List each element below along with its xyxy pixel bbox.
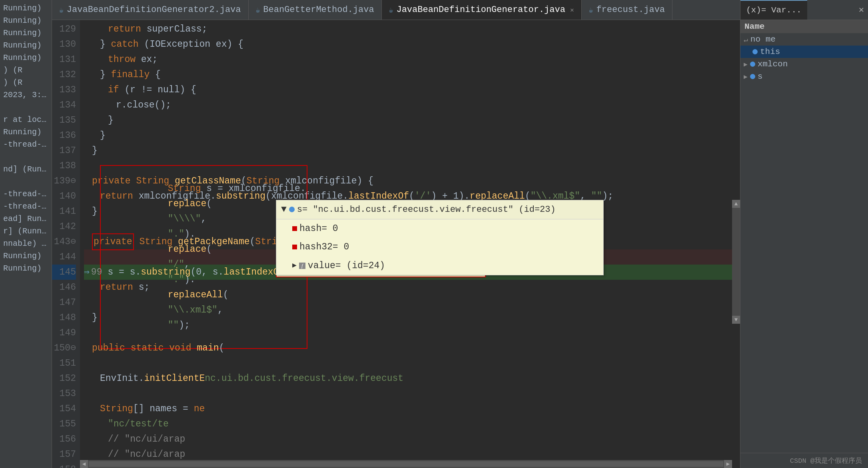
hash32-label: hash32= 0 [299,240,349,254]
code-line-154: String[] names = ne [84,401,736,416]
code-line-155: "nc/test/te [84,416,736,432]
tab-close-button[interactable]: ✕ [570,6,574,14]
var-row-s[interactable]: ▶ s [740,70,868,83]
var-name-xmlcon: xmlcon [758,60,788,69]
code-line-134: r.close(); [84,98,736,113]
thread-item[interactable] [0,175,52,188]
thread-item[interactable]: nnable) (Run [0,237,52,250]
thread-item[interactable]: Running) [0,262,52,275]
f-icon: f [299,263,305,269]
java-file-icon: ☕ [59,6,64,14]
thread-item[interactable]: r] (Running [0,225,52,237]
arrow-icon: ↵ [744,35,748,44]
tab-label: BeanGetterMethod.java [263,5,374,15]
java-file-icon: ☕ [389,6,393,14]
code-line-129: return superClass; [84,22,736,37]
editor-container: ☕ JavaBeanDefinitionGenerator2.java ☕ Be… [52,0,740,468]
tab-freecust[interactable]: ☕ freecust.java [582,0,672,20]
bottom-bar: CSDN @我是个假程序员 [740,453,868,468]
circle-icon-this [752,49,758,54]
debug-popup: ▼ s= "nc.ui.bd.cust.freecust.view.freecu… [276,200,604,275]
var-name-this: this [760,47,780,56]
java-file-icon: ☕ [256,6,260,14]
code-editor: 129 130 131 132 133 134 135 136 137 138 … [52,20,740,468]
var-tab-label: (x)= Var... [746,6,802,15]
popup-scrollbar[interactable]: ▲ ▼ [732,200,740,324]
thread-item[interactable] [0,101,52,114]
code-line-156: // "nc/ui/arap [84,432,736,447]
popup-title: s= "nc.ui.bd.cust.freecust.view.freecust… [297,203,556,216]
main-container: Running) Running) Running) Running) Runn… [0,0,868,468]
var-name-s: s [758,72,763,81]
line-numbers: 129 130 131 132 133 134 135 136 137 138 … [52,20,80,468]
tab-bar: ☕ JavaBeanDefinitionGenerator2.java ☕ Be… [52,0,740,20]
java-file-icon: ☕ [589,6,593,14]
code-line-131: throw ex; [84,52,736,67]
hash-label: hash= 0 [299,222,338,236]
circle-icon-xmlcon [750,62,755,67]
thread-item[interactable]: Running) [0,126,52,138]
horizontal-scrollbar[interactable]: ◀ ▶ [80,460,732,468]
var-name-nome: no me [750,35,776,44]
tab-javabeandef2[interactable]: ☕ JavaBeanDefinitionGenerator2.java [52,0,249,20]
code-content[interactable]: return superClass; } catch (IOException … [80,20,740,468]
thread-item[interactable]: -thread-1] (R [0,138,52,151]
right-panel: (x)= Var... ✕ Name ↵ no me this [740,0,868,468]
thread-panel: Running) Running) Running) Running) Runn… [0,0,52,468]
csdn-attribution: CSDN @我是个假程序员 [790,456,862,465]
thread-item[interactable]: ) (R [0,76,52,89]
var-panel-close[interactable]: ✕ [859,4,864,15]
expand-icon: ▶ [292,260,297,271]
code-line-135: } [84,113,736,128]
tab-label: JavaBeanDefinitionGenerator.java [396,5,565,15]
debug-row-hash: hash= 0 [276,219,603,238]
var-tab-bar: (x)= Var... ✕ [740,0,868,20]
variables-panel: Name ↵ no me this ▶ xmlcon ▶ [740,20,868,453]
thread-item[interactable]: ead] Running [0,213,52,225]
square-icon [292,245,297,249]
popup-circle [289,207,295,212]
debug-popup-title-row[interactable]: ▼ s= "nc.ui.bd.cust.freecust.view.freecu… [276,200,603,219]
square-icon [292,226,297,231]
value-label: value= (id=24) [308,259,385,273]
var-panel-header: Name [740,20,868,33]
thread-item[interactable]: 2023, 3:29:22 [0,89,52,101]
thread-item[interactable] [0,151,52,163]
name-column-header: Name [744,22,764,31]
thread-item[interactable]: -thread-2] (R [0,188,52,200]
thread-item[interactable]: r at localhost [0,114,52,126]
thread-item[interactable]: Running) [0,250,52,262]
code-line-133: if (r != null) { [84,82,736,98]
tab-javabeandefgen[interactable]: ☕ JavaBeanDefinitionGenerator.java ✕ [382,0,582,20]
thread-item[interactable]: Running) [0,2,52,14]
var-row-xmlcon[interactable]: ▶ xmlcon [740,58,868,70]
code-line-150: public static void main( [84,341,736,356]
thread-item[interactable]: ) (R [0,64,52,76]
code-line-151 [84,356,736,371]
tab-variables[interactable]: (x)= Var... [740,0,807,20]
thread-item[interactable]: Running) [0,27,52,39]
thread-item[interactable]: -thread-3] (R [0,200,52,213]
debug-row-value[interactable]: ▶ f value= (id=24) [276,257,603,275]
code-line-153 [84,386,736,401]
code-line-130: } catch (IOException ex) { [84,37,736,52]
thread-item[interactable]: Running) [0,52,52,64]
circle-icon-s [750,74,755,79]
var-row-this[interactable]: this [740,46,868,58]
var-row-nome[interactable]: ↵ no me [740,33,868,46]
tab-beangettermethod[interactable]: ☕ BeanGetterMethod.java [249,0,382,20]
thread-item[interactable]: nd] (Running [0,163,52,175]
code-line-137: } [84,143,736,158]
expand-icon-s: ▶ [744,73,748,81]
thread-item[interactable]: Running) [0,14,52,27]
thread-item[interactable]: Running) [0,39,52,52]
code-line-136: } [84,128,736,143]
expand-icon-xmlcon: ▶ [744,60,748,68]
collapse-icon: ▼ [281,203,287,217]
code-line-152: EnvInit.initClientE nc.ui.bd.cust.freecu… [84,371,736,386]
tab-label: JavaBeanDefinitionGenerator2.java [67,5,241,15]
debug-row-hash32: hash32= 0 [276,238,603,257]
tab-label: freecust.java [596,5,665,15]
code-line-132: } finally { [84,67,736,82]
